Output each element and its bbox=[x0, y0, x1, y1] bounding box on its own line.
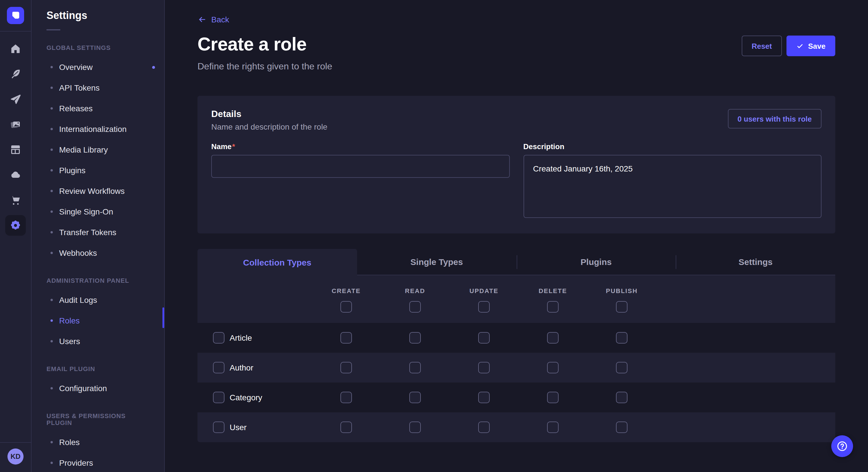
bullet-icon bbox=[51, 128, 53, 130]
bullet-icon bbox=[51, 87, 53, 89]
users-with-role-button[interactable]: 0 users with this role bbox=[727, 109, 822, 129]
help-button[interactable] bbox=[831, 435, 853, 457]
table-row-author: Author bbox=[197, 353, 835, 382]
sidebar-item-label: Users bbox=[59, 337, 80, 346]
checkbox-category-publish[interactable] bbox=[616, 392, 627, 403]
checkbox-row-author[interactable] bbox=[213, 362, 224, 373]
releases-send-icon[interactable] bbox=[5, 89, 26, 109]
row-lead: Category bbox=[197, 392, 312, 403]
sidebar-item-administration-panel-users[interactable]: Users bbox=[32, 331, 164, 351]
sidebar-item-administration-panel-audit-logs[interactable]: Audit Logs bbox=[32, 290, 164, 310]
column-label: PUBLISH bbox=[606, 287, 638, 294]
checkbox-all-publish[interactable] bbox=[616, 301, 627, 312]
sidebar-item-global-settings-webhooks[interactable]: Webhooks bbox=[32, 243, 164, 263]
sidebar-item-global-settings-plugins[interactable]: Plugins bbox=[32, 160, 164, 181]
checkbox-user-update[interactable] bbox=[478, 422, 490, 433]
cell-category-read bbox=[381, 392, 450, 403]
checkbox-author-delete[interactable] bbox=[547, 362, 559, 373]
cell-article-create bbox=[312, 332, 381, 343]
sidebar-item-label: Single Sign-On bbox=[59, 207, 113, 216]
content-feather-icon[interactable] bbox=[5, 64, 26, 84]
checkbox-user-read[interactable] bbox=[409, 422, 421, 433]
checkbox-category-read[interactable] bbox=[409, 392, 421, 403]
checkbox-article-read[interactable] bbox=[409, 332, 421, 343]
checkbox-all-update[interactable] bbox=[478, 301, 490, 312]
checkbox-article-publish[interactable] bbox=[616, 332, 627, 343]
permissions-header-row: CREATEREADUPDATEDELETEPUBLISH bbox=[197, 275, 835, 323]
sidebar-item-global-settings-internationalization[interactable]: Internationalization bbox=[32, 119, 164, 139]
cell-author-read bbox=[381, 362, 450, 373]
checkbox-all-create[interactable] bbox=[340, 301, 352, 312]
back-link[interactable]: Back bbox=[197, 15, 229, 24]
sidebar-item-users-permissions-plugin-providers[interactable]: Providers bbox=[32, 452, 164, 472]
sidebar-section-label-email-plugin: EMAIL PLUGIN bbox=[46, 365, 149, 372]
name-field-group: Name* bbox=[211, 142, 509, 220]
strapi-logo-icon bbox=[9, 9, 22, 22]
checkbox-row-category[interactable] bbox=[213, 392, 224, 403]
checkbox-author-create[interactable] bbox=[340, 362, 352, 373]
sidebar-item-global-settings-api-tokens[interactable]: API Tokens bbox=[32, 77, 164, 98]
checkbox-user-delete[interactable] bbox=[547, 422, 559, 433]
content-type-builder-icon[interactable] bbox=[5, 139, 26, 160]
media-library-icon[interactable] bbox=[5, 114, 26, 135]
checkbox-article-delete[interactable] bbox=[547, 332, 559, 343]
permissions-panel: CREATEREADUPDATEDELETEPUBLISH ArticleAut… bbox=[197, 275, 835, 442]
checkbox-row-user[interactable] bbox=[213, 422, 224, 433]
sidebar-item-global-settings-single-sign-on[interactable]: Single Sign-On bbox=[32, 201, 164, 222]
reset-button[interactable]: Reset bbox=[742, 36, 782, 56]
bullet-icon bbox=[51, 210, 53, 213]
bullet-icon bbox=[51, 66, 53, 68]
name-input[interactable] bbox=[211, 155, 509, 178]
deploy-cloud-icon[interactable] bbox=[5, 165, 26, 185]
tab-collection-types[interactable]: Collection Types bbox=[197, 249, 357, 275]
save-button[interactable]: Save bbox=[786, 36, 835, 56]
checkbox-category-update[interactable] bbox=[478, 392, 490, 403]
sidebar-item-label: Plugins bbox=[59, 166, 86, 175]
sidebar-item-administration-panel-roles[interactable]: Roles bbox=[32, 310, 164, 331]
marketplace-cart-icon[interactable] bbox=[5, 190, 26, 210]
sidebar-item-global-settings-media-library[interactable]: Media Library bbox=[32, 139, 164, 160]
tab-single-types[interactable]: Single Types bbox=[357, 249, 517, 275]
checkbox-row-article[interactable] bbox=[213, 332, 224, 343]
cell-author-publish bbox=[587, 362, 656, 373]
checkbox-article-update[interactable] bbox=[478, 332, 490, 343]
avatar[interactable]: KD bbox=[7, 448, 24, 465]
sidebar-item-label: Overview bbox=[59, 63, 93, 72]
sidebar-item-label: Releases bbox=[59, 104, 93, 113]
bullet-icon bbox=[51, 340, 53, 342]
checkbox-article-create[interactable] bbox=[340, 332, 352, 343]
checkbox-author-read[interactable] bbox=[409, 362, 421, 373]
sidebar-section-label-users-permissions-plugin: USERS & PERMISSIONS PLUGIN bbox=[46, 412, 149, 426]
sidebar-item-global-settings-transfer-tokens[interactable]: Transfer Tokens bbox=[32, 222, 164, 243]
checkbox-category-delete[interactable] bbox=[547, 392, 559, 403]
checkbox-user-publish[interactable] bbox=[616, 422, 627, 433]
sidebar-item-global-settings-releases[interactable]: Releases bbox=[32, 98, 164, 119]
settings-gear-icon[interactable] bbox=[5, 215, 26, 236]
sidebar-item-users-permissions-plugin-roles[interactable]: Roles bbox=[32, 432, 164, 452]
sidebar-item-global-settings-overview[interactable]: Overview bbox=[32, 57, 164, 77]
row-lead: User bbox=[197, 422, 312, 433]
cell-user-read bbox=[381, 422, 450, 433]
sidebar-scrollbar-thumb[interactable] bbox=[162, 307, 164, 328]
row-lead: Article bbox=[197, 332, 312, 343]
checkbox-all-delete[interactable] bbox=[547, 301, 559, 312]
description-textarea[interactable]: Created January 16th, 2025 bbox=[523, 155, 822, 218]
checkbox-author-update[interactable] bbox=[478, 362, 490, 373]
cell-author-update bbox=[450, 362, 518, 373]
details-title: Details bbox=[211, 109, 328, 119]
tab-settings[interactable]: Settings bbox=[676, 249, 836, 275]
home-icon[interactable] bbox=[5, 38, 26, 59]
sidebar-item-global-settings-review-workflows[interactable]: Review Workflows bbox=[32, 181, 164, 201]
checkbox-author-publish[interactable] bbox=[616, 362, 627, 373]
checkbox-user-create[interactable] bbox=[340, 422, 352, 433]
checkbox-all-read[interactable] bbox=[409, 301, 421, 312]
sidebar-item-label: Internationalization bbox=[59, 125, 127, 134]
cell-user-delete bbox=[518, 422, 587, 433]
sidebar-item-email-plugin-configuration[interactable]: Configuration bbox=[32, 378, 164, 399]
tab-plugins[interactable]: Plugins bbox=[516, 249, 676, 275]
checkbox-category-create[interactable] bbox=[340, 392, 352, 403]
strapi-logo[interactable] bbox=[7, 7, 24, 24]
main-content: Back Create a role Reset Save Define the… bbox=[165, 0, 868, 472]
bullet-icon bbox=[51, 169, 53, 171]
column-header-read: READ bbox=[381, 287, 450, 312]
